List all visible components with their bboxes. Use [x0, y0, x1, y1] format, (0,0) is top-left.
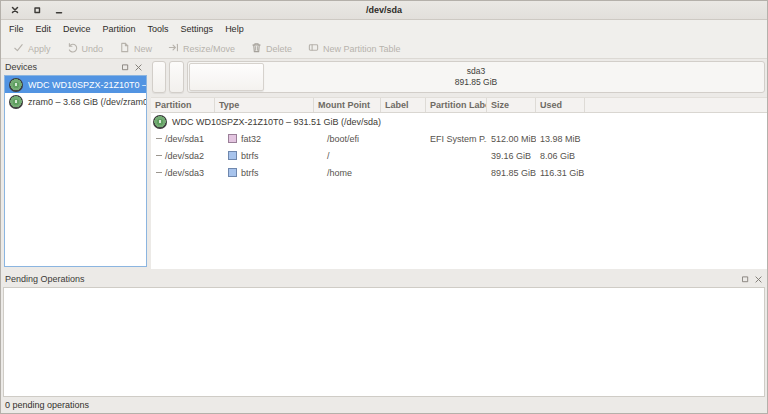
title-bar: /dev/sda: [1, 1, 767, 20]
device-item-zram0[interactable]: zram0 – 3.68 GiB (/dev/zram0): [5, 93, 146, 110]
used-value: 8.06 GiB: [536, 151, 585, 161]
close-icon[interactable]: [753, 274, 763, 284]
device-item-sda[interactable]: WDC WD10SPZX-21Z10T0 – ...: [5, 76, 146, 93]
filesystem-color-swatch: [228, 168, 237, 177]
column-header-partition[interactable]: Partition: [151, 98, 215, 112]
undo-button[interactable]: Undo: [59, 40, 112, 58]
filesystem-color-swatch: [228, 134, 237, 143]
partition-name: /dev/sda3: [165, 168, 204, 178]
column-header-label[interactable]: Label: [381, 98, 426, 112]
resize-arrow-icon: [168, 42, 179, 55]
menu-device[interactable]: Device: [57, 20, 97, 39]
menu-help[interactable]: Help: [219, 20, 250, 39]
column-header-used[interactable]: Used: [536, 98, 585, 112]
partition-segment-sda1[interactable]: [152, 61, 166, 93]
disk-visual-bar: sda3 891.85 GiB: [151, 59, 767, 97]
filesystem-color-swatch: [228, 151, 237, 160]
column-header-mount-point[interactable]: Mount Point: [314, 98, 381, 112]
mount-point: /: [314, 151, 381, 161]
delete-button[interactable]: Delete: [243, 40, 300, 58]
close-icon[interactable]: [133, 62, 143, 72]
filesystem-type: fat32: [241, 134, 261, 144]
status-text: 0 pending operations: [5, 400, 89, 410]
partition-table-icon: [308, 42, 319, 55]
used-value: 116.31 GiB: [536, 168, 585, 178]
partition-name: /dev/sda2: [165, 151, 204, 161]
detach-icon[interactable]: [740, 274, 750, 284]
size-value: 39.16 GiB: [487, 151, 536, 161]
devices-panel-header: Devices: [1, 59, 147, 75]
devices-panel: Devices WDC WD10SPZX-21Z10T0 – ... zram0…: [1, 59, 147, 269]
pending-operations-title: Pending Operations: [5, 274, 737, 284]
column-header-size[interactable]: Size: [487, 98, 536, 112]
filesystem-type: btrfs: [241, 168, 259, 178]
mount-point: /boot/efi: [314, 134, 381, 144]
main-area: Devices WDC WD10SPZX-21Z10T0 – ... zram0…: [1, 59, 767, 269]
menu-partition[interactable]: Partition: [97, 20, 142, 39]
new-document-icon: [119, 42, 130, 55]
disk-icon: [9, 95, 23, 109]
column-header-partition-label[interactable]: Partition Label: [426, 98, 487, 112]
tree-branch-icon: [156, 138, 162, 139]
pending-operations-header: Pending Operations: [1, 271, 767, 287]
partition-pane: sda3 891.85 GiB Partition Type Mount Poi…: [151, 59, 767, 269]
table-row-sda1[interactable]: /dev/sda1 fat32 /boot/efi EFI System P..…: [151, 130, 767, 147]
partition-name: /dev/sda1: [165, 134, 204, 144]
check-icon: [13, 42, 24, 55]
filesystem-type: btrfs: [241, 151, 259, 161]
used-value: 13.98 MiB: [536, 134, 585, 144]
pending-operations-list: [3, 287, 765, 397]
device-summary-row[interactable]: WDC WD10SPZX-21Z10T0 – 931.51 GiB (/dev/…: [151, 113, 767, 130]
size-value: 891.85 GiB: [487, 168, 536, 178]
window-title: /dev/sda: [1, 5, 767, 15]
table-header: Partition Type Mount Point Label Partiti…: [151, 98, 767, 113]
device-label: WDC WD10SPZX-21Z10T0 – ...: [28, 80, 147, 90]
devices-panel-title: Devices: [5, 62, 117, 72]
column-header-filler: [585, 98, 767, 112]
partition-segment-sda2[interactable]: [169, 61, 184, 93]
menu-bar: File Edit Device Partition Tools Setting…: [1, 20, 767, 39]
table-row-sda2[interactable]: /dev/sda2 btrfs / 39.16 GiB 8.06 GiB: [151, 147, 767, 164]
tree-branch-icon: [156, 155, 162, 156]
undo-icon: [67, 42, 78, 55]
gparted-window: /dev/sda File Edit Device Partition Tool…: [0, 0, 768, 414]
new-button[interactable]: New: [111, 40, 160, 58]
device-summary-label: WDC WD10SPZX-21Z10T0 – 931.51 GiB (/dev/…: [172, 117, 381, 127]
resize-move-button[interactable]: Resize/Move: [160, 40, 243, 58]
tree-branch-icon: [156, 172, 162, 173]
new-partition-table-button[interactable]: New Partition Table: [300, 40, 408, 58]
menu-file[interactable]: File: [3, 20, 30, 39]
partition-table: Partition Type Mount Point Label Partiti…: [151, 97, 767, 269]
disk-icon: [9, 78, 23, 92]
size-value: 512.00 MiB: [487, 134, 536, 144]
column-header-type[interactable]: Type: [215, 98, 314, 112]
menu-settings[interactable]: Settings: [175, 20, 220, 39]
partition-segment-label: sda3 891.85 GiB: [188, 62, 764, 92]
table-row-sda3[interactable]: /dev/sda3 btrfs /home 891.85 GiB 116.31 …: [151, 164, 767, 181]
menu-edit[interactable]: Edit: [30, 20, 58, 39]
partition-segment-sda3[interactable]: sda3 891.85 GiB: [187, 61, 765, 93]
menu-tools[interactable]: Tools: [142, 20, 175, 39]
disk-icon: [153, 115, 167, 129]
detach-icon[interactable]: [120, 62, 130, 72]
status-bar: 0 pending operations: [1, 397, 767, 413]
pending-operations-panel: Pending Operations: [1, 271, 767, 397]
trash-icon: [251, 42, 262, 55]
toolbar: Apply Undo New Resize/Move Delete New Pa…: [1, 39, 767, 59]
device-label: zram0 – 3.68 GiB (/dev/zram0): [28, 97, 147, 107]
device-list: WDC WD10SPZX-21Z10T0 – ... zram0 – 3.68 …: [4, 75, 147, 267]
partition-label: EFI System P...: [426, 134, 487, 144]
mount-point: /home: [314, 168, 381, 178]
apply-button[interactable]: Apply: [5, 40, 59, 58]
